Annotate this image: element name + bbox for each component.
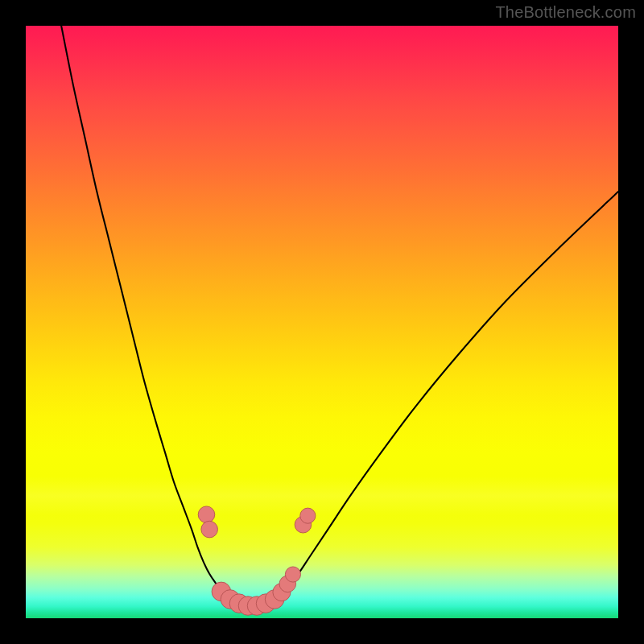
plot-area: [26, 26, 618, 618]
marker-dot: [198, 506, 215, 523]
chart-svg: [26, 26, 618, 618]
outer-frame: TheBottleneck.com: [0, 0, 644, 644]
marker-group: [198, 506, 316, 615]
marker-dot: [300, 508, 316, 523]
marker-dot: [201, 521, 218, 538]
marker-dot: [285, 567, 300, 582]
watermark-text: TheBottleneck.com: [495, 3, 636, 22]
curve-right-branch: [275, 192, 618, 601]
